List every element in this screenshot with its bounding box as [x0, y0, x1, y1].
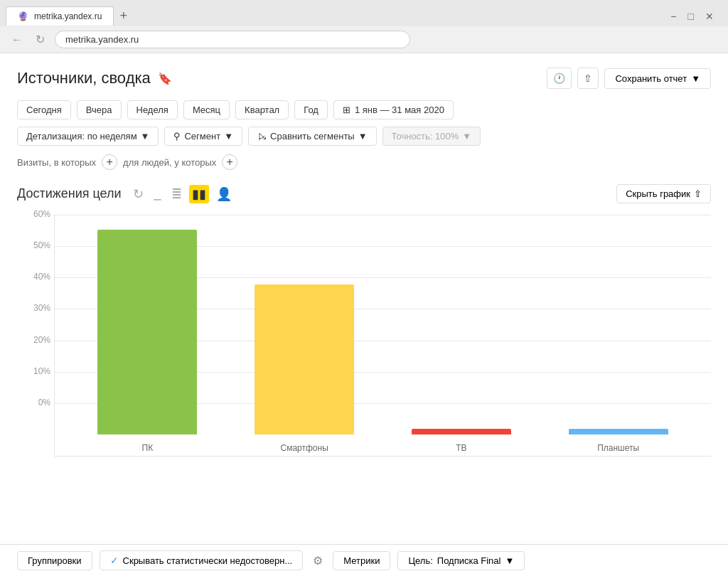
bar-smartphones — [255, 284, 354, 434]
accuracy-filter[interactable]: Точность: 100% ▼ — [382, 127, 481, 146]
grid-label-40: 40% — [22, 272, 50, 282]
compare-filter[interactable]: ⦮ Сравнить сегменты ▼ — [248, 127, 377, 146]
visits-label: Визиты, в которых — [17, 157, 96, 168]
bar-pc — [97, 230, 197, 434]
new-tab-button[interactable]: + — [114, 6, 133, 26]
chart-wrapper: 0% 10% 20% 30% 40% 50% — [17, 215, 711, 457]
save-report-button[interactable]: Сохранить отчет ▼ — [604, 68, 711, 89]
close-icon[interactable]: ✕ — [705, 11, 714, 22]
add-visit-filter[interactable]: + — [102, 154, 117, 170]
grid-label-30: 30% — [22, 303, 50, 313]
save-label: Сохранить отчет — [615, 73, 687, 84]
history-button[interactable]: 🕐 — [547, 68, 572, 89]
header-actions: 🕐 ⇧ Сохранить отчет ▼ — [547, 68, 711, 89]
settings-gear-button[interactable]: ⚙ — [310, 551, 326, 552]
compare-chevron: ▼ — [358, 131, 368, 142]
bar-chart: 0% 10% 20% 30% 40% 50% — [54, 215, 711, 457]
grid-label-50: 50% — [22, 240, 50, 250]
detail-filter[interactable]: Детализация: по неделям ▼ — [17, 127, 159, 146]
page-content: Источники, сводка 🔖 🕐 ⇧ Сохранить отчет … — [0, 53, 728, 551]
chart-type-user[interactable]: 👤 — [213, 185, 235, 203]
compare-icon: ⦮ — [257, 131, 267, 142]
bar-group-smartphones — [226, 215, 383, 434]
segment-icon: ⚲ — [173, 131, 181, 142]
tab-yesterday[interactable]: Вчера — [77, 100, 122, 119]
chart-title-group: Достижения цели ↻ ⎯ ≣ ▮▮ 👤 — [17, 185, 235, 203]
grid-label-20: 20% — [22, 335, 50, 345]
browser-chrome: 🔮 metrika.yandex.ru + − □ ✕ ← ↻ metrika.… — [0, 0, 728, 53]
bars-area — [55, 215, 711, 434]
x-label-pc: ПК — [69, 443, 226, 453]
people-label: для людей, у которых — [123, 157, 216, 168]
chart-type-stacked[interactable]: ≣ — [168, 185, 185, 203]
window-controls: − □ ✕ — [670, 11, 722, 22]
minimize-icon[interactable]: − — [670, 11, 676, 22]
chart-type-bar[interactable]: ▮▮ — [189, 185, 209, 203]
filter-row: Детализация: по неделям ▼ ⚲ Сегмент ▼ ⦮ … — [17, 127, 711, 146]
refresh-button[interactable]: ↻ — [33, 31, 48, 48]
date-range-picker[interactable]: ⊞ 1 янв — 31 мая 2020 — [333, 100, 454, 119]
page-title-group: Источники, сводка 🔖 — [17, 69, 172, 87]
bar-tv — [412, 429, 511, 434]
bar-group-tv — [383, 215, 540, 434]
segment-chevron: ▼ — [224, 131, 233, 142]
groupings-button[interactable]: Группировки — [17, 551, 92, 552]
bar-tablets — [569, 429, 668, 434]
x-label-smartphones: Смартфоны — [226, 443, 383, 453]
segment-row: Визиты, в которых + для людей, у которых… — [17, 154, 711, 170]
active-tab[interactable]: 🔮 metrika.yandex.ru — [6, 6, 114, 26]
tab-today[interactable]: Сегодня — [17, 100, 71, 119]
grid-label-60: 60% — [22, 209, 50, 219]
page-header: Источники, сводка 🔖 🕐 ⇧ Сохранить отчет … — [17, 68, 711, 89]
hide-stats-button[interactable]: ✓ Скрывать статистически недостоверн... — [100, 550, 304, 551]
tab-week[interactable]: Неделя — [127, 100, 178, 119]
calendar-icon: ⊞ — [343, 105, 350, 115]
maximize-icon[interactable]: □ — [688, 11, 694, 22]
chart-type-refresh[interactable]: ↻ — [130, 185, 146, 203]
x-label-tv: ТВ — [383, 443, 540, 453]
bar-group-pc — [69, 215, 226, 434]
hide-chart-button[interactable]: Скрыть график ⇧ — [616, 184, 711, 203]
accuracy-chevron: ▼ — [462, 131, 471, 142]
bookmark-icon[interactable]: 🔖 — [158, 72, 172, 85]
detail-label: Детализация: по неделям — [26, 131, 137, 142]
chart-title: Достижения цели — [17, 186, 122, 201]
segment-filter[interactable]: ⚲ Сегмент ▼ — [164, 127, 242, 146]
chart-header: Достижения цели ↻ ⎯ ≣ ▮▮ 👤 Скрыть график… — [17, 184, 711, 203]
hide-chart-label: Скрыть график — [626, 188, 690, 199]
bottom-toolbar: Группировки ✓ Скрывать статистически нед… — [0, 544, 728, 551]
tab-label: metrika.yandex.ru — [34, 11, 102, 21]
date-range-label: 1 янв — 31 мая 2020 — [355, 105, 444, 115]
export-button[interactable]: ⇧ — [577, 68, 599, 89]
x-axis-labels: ПК Смартфоны ТВ Планшеты — [55, 443, 711, 453]
segment-label: Сегмент — [184, 131, 220, 142]
add-people-filter[interactable]: + — [222, 154, 237, 170]
compare-label: Сравнить сегменты — [270, 131, 355, 142]
grid-label-10: 10% — [22, 366, 50, 376]
detail-chevron: ▼ — [141, 131, 150, 142]
grid-label-0: 0% — [22, 398, 50, 407]
page-title: Источники, сводка — [17, 69, 151, 87]
bar-group-tablets — [540, 215, 697, 434]
back-button[interactable]: ← — [9, 32, 26, 48]
address-bar: ← ↻ metrika.yandex.ru — [0, 26, 728, 53]
accuracy-label: Точность: 100% — [392, 131, 459, 142]
x-label-tablets: Планшеты — [540, 443, 697, 453]
chart-section: Достижения цели ↻ ⎯ ≣ ▮▮ 👤 Скрыть график… — [17, 184, 711, 457]
tab-month[interactable]: Месяц — [183, 100, 230, 119]
tab-year[interactable]: Год — [294, 100, 328, 119]
url-field[interactable]: metrika.yandex.ru — [55, 31, 410, 48]
period-tabs: Сегодня Вчера Неделя Месяц Квартал Год ⊞… — [17, 100, 711, 119]
hide-chart-chevron: ⇧ — [694, 188, 702, 199]
chart-type-buttons: ↻ ⎯ ≣ ▮▮ 👤 — [130, 185, 235, 203]
tab-bar: 🔮 metrika.yandex.ru + − □ ✕ — [0, 0, 728, 26]
goal-button[interactable]: Цель: Подписка Final ▼ — [397, 551, 525, 552]
save-chevron-icon: ▼ — [691, 73, 700, 84]
tab-quarter[interactable]: Квартал — [235, 100, 289, 119]
metrics-button[interactable]: Метрики — [333, 551, 390, 552]
tab-favicon: 🔮 — [18, 11, 28, 21]
chart-type-line[interactable]: ⎯ — [151, 185, 164, 203]
